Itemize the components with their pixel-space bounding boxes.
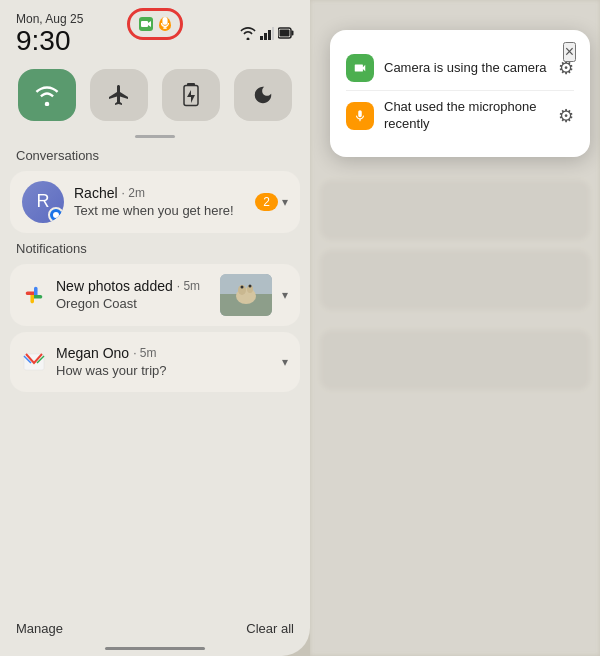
conversation-rachel[interactable]: R Rachel · 2m Text me when you get here!… bbox=[10, 171, 300, 233]
permission-item-mic: Chat used the microphone recently ⚙ bbox=[346, 90, 574, 141]
notif-action-rachel[interactable]: 2 ▾ bbox=[255, 193, 288, 211]
permission-popup: × Camera is using the camera ⚙ Chat used… bbox=[330, 30, 590, 157]
count-badge-rachel: 2 bbox=[255, 193, 278, 211]
qs-tile-airplane[interactable] bbox=[90, 69, 148, 121]
avatar-badge bbox=[48, 207, 64, 223]
camera-permission-text: Camera is using the camera bbox=[384, 60, 548, 77]
qs-tile-battery[interactable] bbox=[162, 69, 220, 121]
notif-body-photos: Oregon Coast bbox=[56, 296, 210, 311]
svg-rect-5 bbox=[292, 31, 294, 36]
gmail-chevron-icon[interactable]: ▾ bbox=[282, 355, 288, 369]
svg-rect-3 bbox=[272, 27, 274, 40]
notif-content-gmail: Megan Ono · 5m How was your trip? bbox=[56, 345, 272, 378]
bottom-bar: Manage Clear all bbox=[0, 621, 310, 636]
svg-point-20 bbox=[241, 285, 244, 288]
badge-dot bbox=[53, 212, 59, 218]
conversations-label: Conversations bbox=[0, 148, 310, 171]
notif-title-gmail: Megan Ono bbox=[56, 345, 129, 361]
status-date: Mon, Aug 25 bbox=[16, 12, 83, 26]
permission-item-camera: Camera is using the camera ⚙ bbox=[346, 46, 574, 90]
notif-body-gmail: How was your trip? bbox=[56, 363, 272, 378]
wifi-icon bbox=[240, 26, 256, 40]
notifications-section: Notifications New photos added · 5m Oreg… bbox=[0, 241, 310, 392]
status-time-block: Mon, Aug 25 9:30 bbox=[16, 12, 83, 57]
svg-marker-14 bbox=[187, 90, 195, 103]
quick-settings bbox=[0, 61, 310, 129]
qs-tile-wifi[interactable] bbox=[18, 69, 76, 121]
popup-close-button[interactable]: × bbox=[563, 42, 576, 62]
svg-rect-9 bbox=[162, 17, 167, 25]
svg-marker-8 bbox=[148, 21, 151, 27]
notifications-label: Notifications bbox=[0, 241, 310, 264]
signal-icon bbox=[260, 26, 274, 40]
svg-point-21 bbox=[249, 284, 252, 287]
notif-title-photos: New photos added bbox=[56, 278, 173, 294]
notification-gmail[interactable]: Megan Ono · 5m How was your trip? ▾ bbox=[10, 332, 300, 392]
notif-content-photos: New photos added · 5m Oregon Coast bbox=[56, 278, 210, 311]
notif-time-rachel: · 2m bbox=[122, 186, 145, 200]
notif-title-row-photos: New photos added · 5m bbox=[56, 278, 210, 294]
notif-time-photos: · 5m bbox=[177, 279, 200, 293]
photos-chevron-icon[interactable]: ▾ bbox=[282, 288, 288, 302]
camera-active-icon bbox=[139, 17, 153, 31]
gmail-icon bbox=[22, 350, 46, 374]
battery-icon bbox=[278, 27, 294, 39]
svg-rect-7 bbox=[141, 21, 148, 27]
notif-title-rachel: Rachel bbox=[74, 185, 118, 201]
mic-permission-text: Chat used the microphone recently bbox=[384, 99, 548, 133]
manage-button[interactable]: Manage bbox=[16, 621, 63, 636]
divider bbox=[135, 135, 175, 138]
notif-time-gmail: · 5m bbox=[133, 346, 156, 360]
camera-permission-icon bbox=[346, 54, 374, 82]
svg-rect-6 bbox=[280, 30, 290, 37]
notification-shade: Mon, Aug 25 9:30 bbox=[0, 0, 310, 656]
notif-title-row-gmail: Megan Ono · 5m bbox=[56, 345, 272, 361]
right-background: × Camera is using the camera ⚙ Chat used… bbox=[310, 0, 600, 656]
mic-active-icon bbox=[159, 17, 171, 31]
avatar-rachel: R bbox=[22, 181, 64, 223]
qs-tile-night[interactable] bbox=[234, 69, 292, 121]
notif-body-rachel: Text me when you get here! bbox=[74, 203, 245, 218]
mic-permission-icon bbox=[346, 102, 374, 130]
status-icons bbox=[240, 12, 294, 40]
svg-rect-1 bbox=[264, 33, 267, 40]
status-time: 9:30 bbox=[16, 26, 83, 57]
google-photos-icon bbox=[22, 283, 46, 307]
svg-rect-0 bbox=[260, 36, 263, 40]
notif-title-row: Rachel · 2m bbox=[74, 185, 245, 201]
svg-rect-2 bbox=[268, 30, 271, 40]
clear-all-button[interactable]: Clear all bbox=[246, 621, 294, 636]
home-indicator[interactable] bbox=[105, 647, 205, 650]
photo-thumbnail bbox=[220, 274, 272, 316]
notif-content-rachel: Rachel · 2m Text me when you get here! bbox=[74, 185, 245, 218]
mic-settings-icon[interactable]: ⚙ bbox=[558, 105, 574, 127]
notification-photos[interactable]: New photos added · 5m Oregon Coast bbox=[10, 264, 300, 326]
camera-mic-indicator bbox=[127, 8, 183, 40]
chevron-down-icon: ▾ bbox=[282, 195, 288, 209]
